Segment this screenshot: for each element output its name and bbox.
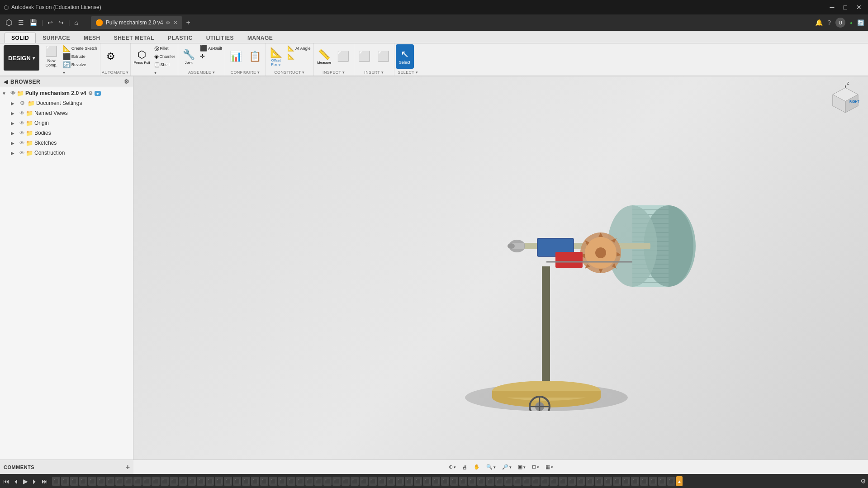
timeline-marker[interactable]: ⬛: [351, 477, 359, 486]
tree-eye-named-views[interactable]: 👁: [18, 110, 25, 116]
insert-label[interactable]: INSERT ▾: [356, 70, 393, 76]
measure-button[interactable]: 📏 Measure: [315, 44, 333, 69]
automate-label[interactable]: AUTOMATE ▾: [102, 70, 129, 76]
timeline-marker[interactable]: ⬛: [414, 477, 422, 486]
timeline-marker[interactable]: ⬛: [450, 477, 458, 486]
tree-item-named-views[interactable]: ▶ 👁 📁 Named Views: [0, 108, 133, 118]
joint-button[interactable]: 🔧 Joint: [180, 44, 198, 69]
extrude-button[interactable]: ⬛ Extrude: [62, 52, 99, 60]
timeline-marker[interactable]: ⬛: [550, 477, 558, 486]
timeline-marker[interactable]: ⬛: [622, 477, 630, 486]
view-cube[interactable]: Z RIGHT: [827, 81, 863, 117]
timeline-marker[interactable]: ⬛: [531, 477, 540, 486]
timeline-marker[interactable]: ⬛: [251, 477, 259, 486]
zoom-fit-button[interactable]: 🔍 ▾: [484, 463, 498, 471]
timeline-marker[interactable]: ⬛: [206, 477, 214, 486]
tree-item-origin[interactable]: ▶ 👁 📁 Origin: [0, 118, 133, 128]
timeline-marker[interactable]: ⬛: [61, 477, 69, 486]
display-settings-button[interactable]: ▦ ▾: [544, 463, 555, 471]
tree-item-sketches[interactable]: ▶ 👁 📁 Sketches: [0, 138, 133, 148]
redo-button[interactable]: ↪: [57, 18, 66, 27]
orbit-button[interactable]: ⊕ ▾: [447, 463, 458, 471]
timeline-marker[interactable]: ⬛: [242, 477, 250, 486]
timeline-marker[interactable]: ⬛: [432, 477, 440, 486]
tree-item-document-settings[interactable]: ▶ ⚙ 📁 Document Settings: [0, 98, 133, 108]
tab-solid[interactable]: SOLID: [5, 33, 36, 43]
hamburger-menu-button[interactable]: ☰: [16, 18, 26, 27]
timeline-marker[interactable]: ⬛: [613, 477, 621, 486]
timeline-marker[interactable]: ⬛: [522, 477, 531, 486]
tree-toggle-construction[interactable]: ▶: [11, 151, 18, 156]
tab-surface[interactable]: SURFACE: [36, 33, 77, 43]
sync-icon[interactable]: 🔄: [857, 19, 864, 26]
tree-item-bodies[interactable]: ▶ 👁 📁 Bodies: [0, 128, 133, 138]
timeline-marker[interactable]: ⬛: [667, 477, 675, 486]
tree-toggle-doc-settings[interactable]: ▶: [11, 101, 18, 106]
timeline-marker[interactable]: ⬛: [314, 477, 323, 486]
timeline-marker[interactable]: ⬛: [396, 477, 404, 486]
assemble-label[interactable]: ASSEMBLE ▾: [180, 70, 223, 76]
timeline-marker[interactable]: ⬛: [486, 477, 494, 486]
automate-button[interactable]: ⚙: [102, 44, 120, 69]
tree-eye-construction[interactable]: 👁: [18, 150, 25, 156]
timeline-marker[interactable]: ⬛: [278, 477, 286, 486]
timeline-marker[interactable]: ⬛: [233, 477, 241, 486]
timeline-marker[interactable]: ⬛: [161, 477, 169, 486]
create-sketch-button[interactable]: 📐 Create Sketch: [62, 44, 99, 52]
timeline-marker[interactable]: ⬛: [287, 477, 295, 486]
tree-eye-root[interactable]: 👁: [9, 90, 16, 96]
timeline-marker[interactable]: ⬛: [631, 477, 639, 486]
timeline-marker[interactable]: ⬛: [142, 477, 151, 486]
tab-mesh[interactable]: MESH: [77, 33, 107, 43]
tab-sheet-metal[interactable]: SHEET METAL: [107, 33, 161, 43]
timeline-marker[interactable]: ⬛: [568, 477, 576, 486]
timeline-marker[interactable]: ⬛: [459, 477, 467, 486]
timeline-play-button[interactable]: ▶: [22, 477, 29, 486]
timeline-marker[interactable]: ⬛: [124, 477, 133, 486]
timeline-marker[interactable]: ⬛: [387, 477, 395, 486]
timeline-last-button[interactable]: ⏭: [40, 477, 49, 486]
press-pull-button[interactable]: ⬡ Press Pull: [132, 44, 152, 69]
tree-item-root[interactable]: ▼ 👁 📁 Pully mechanism 2.0 v4 ⚙ ●: [0, 88, 133, 98]
new-component-button[interactable]: ⬜ NewComp.: [43, 44, 61, 69]
timeline-marker[interactable]: ⬛: [378, 477, 386, 486]
timeline-marker[interactable]: ⬛: [577, 477, 585, 486]
midplane-button[interactable]: 📐: [286, 52, 312, 60]
help-icon[interactable]: ?: [827, 19, 831, 26]
display-mode-button[interactable]: ▣ ▾: [516, 463, 527, 471]
timeline-first-button[interactable]: ⏮: [2, 477, 11, 486]
design-dropdown-button[interactable]: DESIGN ▾: [4, 45, 39, 71]
timeline-marker[interactable]: ⬛: [52, 477, 60, 486]
timeline-marker[interactable]: ⬛: [152, 477, 160, 486]
tab-manage[interactable]: MANAGE: [241, 33, 280, 43]
notification-icon[interactable]: 🔔: [815, 19, 823, 26]
insert-derive-button[interactable]: ⬜: [356, 44, 374, 69]
timeline-prev-button[interactable]: ⏴: [12, 477, 21, 486]
timeline-marker[interactable]: ⬛: [179, 477, 187, 486]
shell-button[interactable]: ▢ Shell: [153, 61, 177, 68]
timeline-marker[interactable]: ⬛: [423, 477, 431, 486]
timeline-marker[interactable]: ⬛: [170, 477, 178, 486]
select-label-bottom[interactable]: SELECT ▾: [396, 70, 420, 76]
tree-toggle-root[interactable]: ▼: [2, 91, 9, 96]
offset-plane-button[interactable]: 📐 OffsetPlane: [267, 44, 285, 69]
timeline-marker[interactable]: ⬛: [115, 477, 123, 486]
more-modify-button[interactable]: ▾: [153, 69, 177, 76]
browser-settings-icon[interactable]: ⚙: [124, 78, 129, 85]
pan-button[interactable]: ✋: [472, 463, 482, 471]
tree-eye-bodies[interactable]: 👁: [18, 130, 25, 136]
timeline-marker[interactable]: ⬛: [405, 477, 413, 486]
new-tab-button[interactable]: +: [186, 19, 190, 27]
timeline-marker[interactable]: ⬛: [658, 477, 666, 486]
comments-add-button[interactable]: +: [126, 463, 130, 471]
timeline-marker[interactable]: ⬛: [269, 477, 277, 486]
timeline-marker[interactable]: ⬛: [477, 477, 485, 486]
timeline-marker[interactable]: ⬛: [133, 477, 142, 486]
document-settings-icon[interactable]: ⚙: [166, 19, 171, 26]
timeline-marker[interactable]: ⬛: [640, 477, 648, 486]
close-button[interactable]: ✕: [854, 3, 864, 12]
timeline-marker[interactable]: ⬛: [323, 477, 332, 486]
fillet-button[interactable]: ◎ Fillet: [153, 44, 177, 52]
tab-utilities[interactable]: UTILITIES: [199, 33, 241, 43]
timeline-marker[interactable]: ⬛: [441, 477, 449, 486]
